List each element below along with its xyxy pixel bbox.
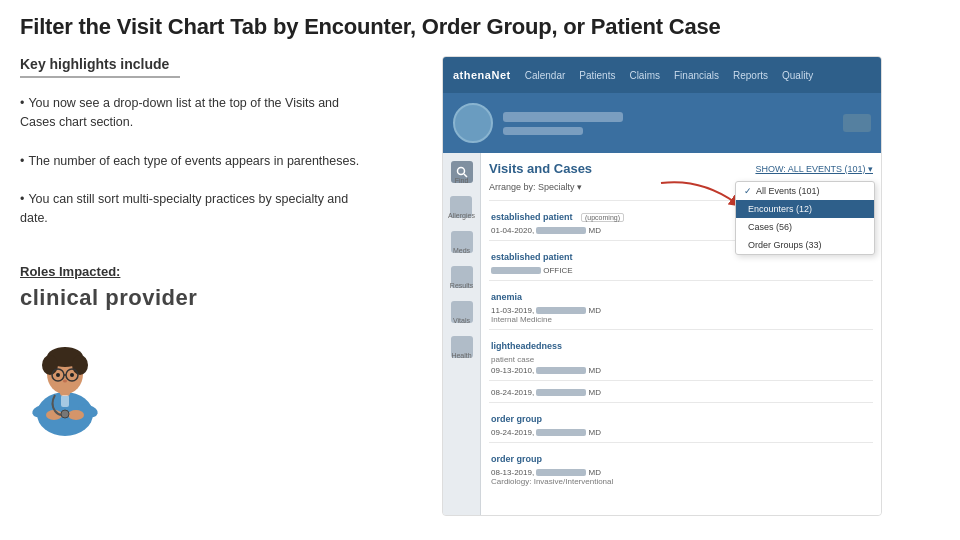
clinical-provider-label: clinical provider [20,285,360,311]
visit-tag-1: (upcoming) [581,213,624,222]
svg-point-8 [42,355,58,375]
visit-type-4: lightheadedness [491,341,562,351]
visit-entry-6: order group 09-24-2019, MD [489,402,873,442]
check-all: ✓ [744,186,752,196]
svg-point-14 [70,373,74,377]
sidebar-group-results: Results [450,266,473,289]
main-content: Find Allergies Meds Results [443,153,881,516]
filter-dropdown[interactable]: ✓ All Events (101) Encounters (12) Cases… [735,181,875,255]
dropdown-item-ordergroups[interactable]: Order Groups (33) [736,236,874,254]
visit-specialty-3: Internal Medicine [491,315,871,324]
visit-entry-7: order group 08-13-2019, MD Cardiology: I… [489,442,873,491]
profile-name-bar [503,112,623,122]
profile-info [503,112,833,135]
doctor-illustration [20,329,110,439]
content-area: Key highlights include You now see a dro… [20,56,940,526]
profile-section [443,93,881,153]
svg-point-4 [68,410,84,420]
sidebar-vitals-label: Vitals [453,317,470,324]
visit-type-6: order group [491,414,542,424]
sidebar-group-vitals: Vitals [451,301,473,324]
svg-point-15 [63,379,67,382]
dropdown-item-all[interactable]: ✓ All Events (101) [736,182,874,200]
sidebar-find-label: Find [455,177,469,184]
roles-impacted-section: Roles Impacted: clinical provider [20,264,360,443]
svg-point-18 [457,168,464,175]
left-sidebar: Find Allergies Meds Results [443,153,481,516]
svg-point-16 [61,410,69,418]
visit-specialty-7: Cardiology: Invasive/Interventional [491,477,871,486]
dropdown-encounters-label: Encounters (12) [748,204,812,214]
key-highlights-label: Key highlights include [20,56,180,78]
page-title: Filter the Visit Chart Tab by Encounter,… [20,14,940,40]
nav-claims: Claims [629,70,660,81]
page-root: Filter the Visit Chart Tab by Encounter,… [0,0,960,540]
sidebar-group-health: Health [451,336,473,359]
visit-type-3: anemia [491,292,522,302]
sidebar-group-meds: Meds [451,231,473,254]
roles-impacted-label: Roles Impacted: [20,264,360,279]
screenshot-container: athenaNet Calendar Patients Claims Finan… [442,56,882,516]
sidebar-allergies-label: Allergies [448,212,475,219]
visit-entry-5: 08-24-2019, MD [489,380,873,402]
nav-patients: Patients [579,70,615,81]
profile-sub-bar [503,127,583,135]
dropdown-item-encounters[interactable]: Encounters (12) [736,200,874,218]
bullet-3: You can still sort multi-specialty pract… [20,190,360,228]
svg-point-13 [56,373,60,377]
visit-entry-4: lightheadedness patient case 09-13-2010,… [489,329,873,380]
sidebar-meds-label: Meds [453,247,470,254]
nav-calendar: Calendar [525,70,566,81]
visit-date-6: 09-24-2019, MD [491,428,871,437]
visit-date-5: 08-24-2019, MD [491,388,871,397]
visit-date-4: 09-13-2010, MD [491,366,871,375]
sidebar-health-label: Health [451,352,471,359]
svg-rect-17 [61,395,69,407]
show-label[interactable]: SHOW: ALL EVENTS (101) ▾ [755,164,873,174]
dropdown-item-cases[interactable]: Cases (56) [736,218,874,236]
visits-title: Visits and Cases [489,161,592,176]
visits-panel: Visits and Cases SHOW: ALL EVENTS (101) … [481,153,881,516]
sidebar-results-label: Results [450,282,473,289]
right-panel: athenaNet Calendar Patients Claims Finan… [384,56,940,526]
dropdown-ordergroups-label: Order Groups (33) [748,240,822,250]
visit-entry-3: anemia 11-03-2019, MD Internal Medicine [489,280,873,329]
visit-subtype-4: patient case [491,355,871,364]
visit-date-3: 11-03-2019, MD [491,306,871,315]
visit-date-7: 08-13-2019, MD [491,468,871,477]
athena-topbar: athenaNet Calendar Patients Claims Finan… [443,57,881,93]
athena-logo: athenaNet [453,69,511,81]
profile-icon [843,114,871,132]
dropdown-all-label: All Events (101) [756,186,820,196]
visit-type-1: established patient [491,212,573,222]
bullet-1: You now see a drop-down list at the top … [20,94,360,132]
visit-date-2: OFFICE [491,266,871,275]
bullet-2: The number of each type of events appear… [20,152,360,171]
dropdown-cases-label: Cases (56) [748,222,792,232]
sidebar-group-allergies: Allergies [448,196,475,219]
left-panel: Key highlights include You now see a dro… [20,56,360,526]
nav-reports: Reports [733,70,768,81]
sidebar-group-search: Find [451,161,473,184]
avatar [453,103,493,143]
nav-financials: Financials [674,70,719,81]
nav-quality: Quality [782,70,813,81]
svg-point-9 [72,355,88,375]
visit-type-7: order group [491,454,542,464]
visit-type-2: established patient [491,252,573,262]
